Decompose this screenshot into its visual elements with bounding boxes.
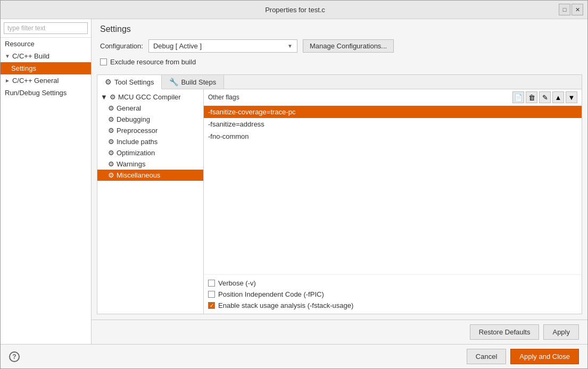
- sidebar-tree: Resource ▼ C/C++ Build Settings ► C/C++ …: [1, 38, 91, 344]
- compiler-miscellaneous-label: Miscellaneous: [117, 171, 160, 179]
- up-icon: ▲: [555, 94, 562, 102]
- compiler-tree-panel: ▼ ⚙ MCU GCC Compiler ⚙ General ⚙ Debuggi…: [97, 89, 204, 314]
- sidebar-item-cpp-build[interactable]: ▼ C/C++ Build: [1, 50, 91, 62]
- restore-defaults-button[interactable]: Restore Defaults: [470, 324, 540, 340]
- exclude-row: Exclude resource from build: [100, 58, 579, 71]
- compiler-root-label: MCU GCC Compiler: [118, 93, 181, 101]
- resource-label: Resource: [5, 40, 35, 48]
- cancel-button[interactable]: Cancel: [467, 349, 506, 364]
- restore-button[interactable]: □: [559, 4, 570, 15]
- apply-button[interactable]: Apply: [543, 324, 579, 340]
- sidebar-filter-container: [1, 19, 91, 38]
- action-buttons-bar: Restore Defaults Apply: [92, 320, 587, 344]
- down-icon: ▼: [568, 94, 575, 102]
- configuration-value: Debug [ Active ]: [153, 42, 202, 50]
- include-paths-icon: ⚙: [108, 138, 114, 146]
- compiler-optimization-label: Optimization: [117, 149, 155, 157]
- window-title: Properties for test.c: [31, 6, 559, 14]
- filter-input[interactable]: [4, 22, 88, 34]
- compiler-root[interactable]: ▼ ⚙ MCU GCC Compiler: [97, 91, 203, 103]
- flag-item-1[interactable]: -fsanitize-coverage=trace-pc: [204, 106, 582, 118]
- verbose-row: Verbose (-v): [208, 279, 577, 287]
- configuration-row: Configuration: Debug [ Active ] ▼ Manage…: [100, 39, 579, 53]
- flag-value-2: -fsanitize=address: [208, 120, 264, 128]
- pic-label: Position Independent Code (-fPIC): [218, 290, 324, 298]
- tab-tool-settings-label: Tool Settings: [114, 78, 154, 86]
- expand-compiler-icon: ▼: [101, 93, 107, 101]
- expand-icon: ▼: [5, 53, 10, 59]
- preprocessor-icon: ⚙: [108, 127, 114, 135]
- pic-row: Position Independent Code (-fPIC): [208, 290, 577, 298]
- edit-icon: ✎: [542, 94, 548, 102]
- tab-tool-settings[interactable]: ⚙ Tool Settings: [97, 75, 162, 89]
- add-icon: 📄: [514, 94, 523, 102]
- sidebar-item-cpp-general[interactable]: ► C/C++ General: [1, 74, 91, 87]
- flags-action-buttons: 📄 🗑 ✎ ▲: [512, 91, 577, 103]
- exclude-checkbox[interactable]: [100, 58, 107, 65]
- miscellaneous-icon: ⚙: [108, 171, 114, 179]
- compiler-item-general[interactable]: ⚙ General: [97, 103, 203, 114]
- settings-heading: Settings: [100, 24, 579, 34]
- footer-bar: ? Cancel Apply and Close: [1, 344, 587, 368]
- warnings-icon: ⚙: [108, 160, 114, 168]
- title-bar: Properties for test.c □ ✕: [1, 1, 587, 19]
- tab-build-steps-label: Build Steps: [181, 78, 216, 86]
- sidebar-item-resource[interactable]: Resource: [1, 38, 91, 50]
- compiler-general-label: General: [117, 104, 141, 112]
- move-up-button[interactable]: ▲: [552, 91, 564, 103]
- add-flag-button[interactable]: 📄: [512, 91, 524, 103]
- remove-flag-button[interactable]: 🗑: [526, 91, 537, 103]
- compiler-item-include-paths[interactable]: ⚙ Include paths: [97, 136, 203, 147]
- close-button[interactable]: ✕: [572, 4, 583, 15]
- compiler-item-preprocessor[interactable]: ⚙ Preprocessor: [97, 125, 203, 136]
- flag-item-3[interactable]: -fno-common: [204, 130, 582, 142]
- flag-value-3: -fno-common: [208, 132, 249, 140]
- move-down-button[interactable]: ▼: [566, 91, 577, 103]
- build-steps-icon: 🔧: [169, 78, 178, 86]
- title-bar-controls: □ ✕: [559, 4, 583, 15]
- flags-panel: Other flags 📄 🗑 ✎: [204, 89, 582, 314]
- cpp-build-label: C/C++ Build: [12, 52, 49, 60]
- exclude-label: Exclude resource from build: [110, 58, 196, 66]
- remove-icon: 🗑: [528, 94, 535, 102]
- sidebar: Resource ▼ C/C++ Build Settings ► C/C++ …: [1, 19, 92, 344]
- compiler-warnings-label: Warnings: [117, 160, 145, 168]
- tabs-content: ▼ ⚙ MCU GCC Compiler ⚙ General ⚙ Debuggi…: [97, 89, 582, 314]
- flags-checkboxes: Verbose (-v) Position Independent Code (…: [204, 274, 582, 314]
- configuration-dropdown[interactable]: Debug [ Active ] ▼: [148, 39, 297, 53]
- sidebar-item-run-debug[interactable]: Run/Debug Settings: [1, 87, 91, 99]
- optimization-icon: ⚙: [108, 149, 114, 157]
- compiler-item-optimization[interactable]: ⚙ Optimization: [97, 147, 203, 158]
- configuration-label: Configuration:: [100, 42, 143, 50]
- tab-build-steps[interactable]: 🔧 Build Steps: [162, 75, 224, 89]
- run-debug-label: Run/Debug Settings: [5, 89, 67, 97]
- stack-usage-checkbox[interactable]: ✓: [208, 302, 215, 309]
- compiler-item-debugging[interactable]: ⚙ Debugging: [97, 114, 203, 125]
- content-area: Resource ▼ C/C++ Build Settings ► C/C++ …: [1, 19, 587, 344]
- sidebar-item-settings[interactable]: Settings: [1, 62, 91, 74]
- verbose-checkbox[interactable]: [208, 280, 215, 287]
- flag-item-2[interactable]: -fsanitize=address: [204, 118, 582, 130]
- flag-value-1: -fsanitize-coverage=trace-pc: [208, 108, 295, 116]
- tabs-container: ⚙ Tool Settings 🔧 Build Steps ▼ ⚙: [97, 74, 582, 314]
- tabs-header: ⚙ Tool Settings 🔧 Build Steps: [97, 75, 582, 89]
- footer-buttons: Cancel Apply and Close: [467, 349, 579, 364]
- edit-flag-button[interactable]: ✎: [539, 91, 551, 103]
- help-button[interactable]: ?: [9, 351, 20, 362]
- stack-usage-label: Enable stack usage analysis (-fstack-usa…: [218, 301, 353, 309]
- debugging-icon: ⚙: [108, 115, 114, 123]
- tool-settings-icon: ⚙: [105, 78, 112, 86]
- main-content: Settings Configuration: Debug [ Active ]…: [92, 19, 587, 344]
- apply-close-button[interactable]: Apply and Close: [510, 349, 579, 364]
- pic-checkbox[interactable]: [208, 291, 215, 298]
- verbose-label: Verbose (-v): [218, 279, 256, 287]
- general-icon: ⚙: [108, 104, 114, 112]
- manage-configurations-button[interactable]: Manage Configurations...: [303, 39, 394, 53]
- compiler-preprocessor-label: Preprocessor: [117, 127, 158, 135]
- flags-title: Other flags: [208, 94, 239, 101]
- stack-usage-row: ✓ Enable stack usage analysis (-fstack-u…: [208, 301, 577, 309]
- expand-icon-general: ►: [5, 78, 10, 83]
- compiler-item-miscellaneous[interactable]: ⚙ Miscellaneous: [97, 170, 203, 181]
- compiler-item-warnings[interactable]: ⚙ Warnings: [97, 158, 203, 170]
- dropdown-arrow: ▼: [287, 43, 293, 49]
